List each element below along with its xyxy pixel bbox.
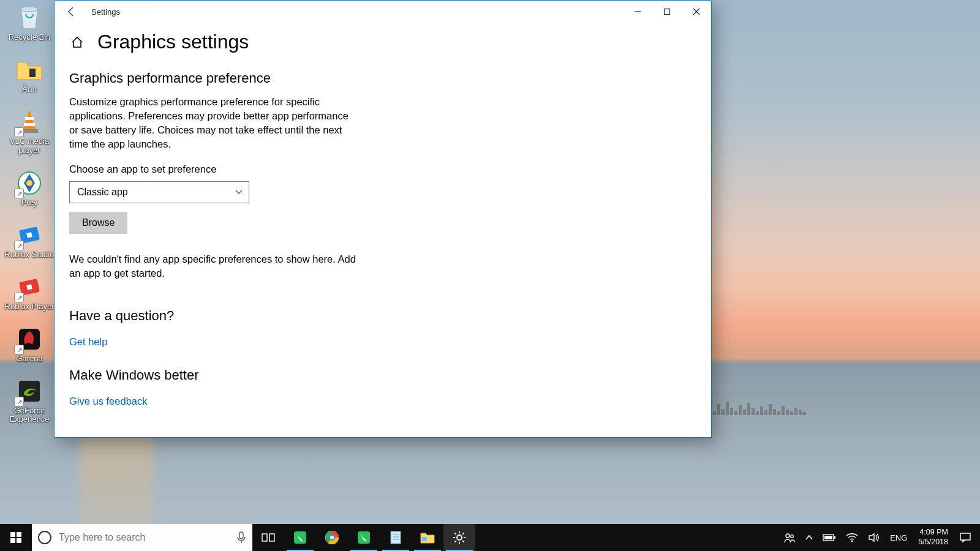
skyline-silhouette — [704, 402, 980, 415]
performance-description: Customize graphics performance preferenc… — [69, 95, 357, 151]
svg-rect-49 — [960, 533, 970, 540]
search-placeholder: Type here to search — [59, 532, 236, 543]
section-heading-performance: Graphics performance preference — [69, 70, 696, 86]
desktop-icon-label: Roblox Studio — [5, 250, 55, 260]
svg-rect-8 — [26, 232, 32, 238]
desktop-icon-geforce[interactable]: GeForce Experience — [4, 377, 55, 425]
svg-point-43 — [786, 534, 790, 538]
desktop-icon-prey[interactable]: Prey — [4, 169, 55, 208]
svg-rect-4 — [21, 129, 38, 133]
svg-point-6 — [26, 180, 32, 186]
task-view-button[interactable] — [252, 524, 284, 551]
tray-language[interactable]: ENG — [885, 524, 912, 551]
chevron-down-icon — [235, 190, 243, 195]
empty-state-text: We couldn't find any app specific prefer… — [69, 252, 357, 280]
garena-icon — [15, 325, 43, 353]
svg-point-34 — [457, 535, 462, 540]
svg-rect-19 — [10, 538, 15, 543]
svg-rect-24 — [294, 531, 306, 544]
desktop-icon-vlc[interactable]: VLC media player — [4, 108, 55, 156]
folder-icon — [15, 56, 43, 84]
desktop-icon-label: Roblox Player — [5, 302, 55, 312]
svg-rect-17 — [10, 532, 15, 537]
start-button[interactable] — [0, 524, 32, 551]
taskbar: Type here to search — [0, 524, 980, 551]
desktop-icon-recycle-bin[interactable]: Recycle Bin — [4, 4, 55, 42]
svg-rect-10 — [26, 284, 32, 290]
vlc-icon — [15, 108, 43, 136]
search-box[interactable]: Type here to search — [32, 524, 252, 551]
microphone-icon[interactable] — [236, 531, 246, 544]
home-button[interactable] — [69, 34, 85, 50]
browse-button[interactable]: Browse — [69, 212, 127, 234]
roblox-studio-icon — [15, 221, 43, 249]
system-tray: ENG 4:09 PM 5/5/2018 — [778, 524, 980, 551]
tray-time: 4:09 PM — [919, 528, 948, 538]
svg-rect-3 — [24, 123, 35, 126]
desktop-icon-roblox-studio[interactable]: Roblox Studio — [4, 221, 55, 260]
taskbar-app-chrome[interactable] — [316, 524, 348, 551]
svg-point-48 — [851, 541, 853, 542]
svg-point-0 — [21, 7, 38, 12]
tray-action-center-icon[interactable] — [954, 524, 976, 551]
minimize-button[interactable] — [623, 1, 652, 22]
desktop-icon-label: Recycle Bin — [9, 33, 51, 42]
prey-icon — [15, 169, 43, 197]
window-title: Settings — [91, 7, 120, 17]
geforce-icon — [15, 377, 43, 405]
svg-rect-1 — [29, 69, 36, 77]
desktop-icon-label: Prey — [21, 198, 38, 208]
svg-point-44 — [791, 535, 794, 538]
svg-line-41 — [455, 541, 456, 542]
desktop-icon-label: VLC media player — [4, 137, 55, 156]
taskbar-app-settings[interactable] — [443, 524, 475, 551]
svg-line-42 — [462, 533, 464, 534]
maximize-button[interactable] — [652, 1, 682, 22]
tray-overflow[interactable] — [801, 524, 818, 551]
svg-rect-23 — [270, 534, 274, 541]
svg-rect-33 — [422, 537, 427, 541]
page-title: Graphics settings — [97, 31, 249, 53]
recycle-bin-icon — [15, 4, 43, 32]
desktop-icons: Recycle Bin Ảnh VLC media player Prey Ro… — [4, 4, 59, 424]
svg-rect-47 — [824, 536, 832, 539]
desktop-icon-garena[interactable]: Garena — [4, 325, 55, 364]
tray-date: 5/5/2018 — [918, 538, 948, 547]
svg-rect-20 — [17, 538, 21, 543]
tray-wifi-icon[interactable] — [841, 524, 863, 551]
svg-rect-2 — [25, 117, 34, 120]
section-heading-question: Have a question? — [69, 308, 696, 324]
svg-point-27 — [330, 536, 334, 539]
roblox-player-icon — [15, 273, 43, 301]
choose-app-label: Choose an app to set preference — [69, 163, 696, 175]
get-help-link[interactable]: Get help — [69, 336, 107, 348]
taskbar-app-file-explorer[interactable] — [412, 524, 443, 551]
tray-clock[interactable]: 4:09 PM 5/5/2018 — [912, 528, 954, 547]
close-button[interactable] — [682, 1, 711, 22]
back-button[interactable] — [63, 3, 80, 20]
desktop-icon-label: GeForce Experience — [4, 407, 55, 425]
svg-rect-21 — [239, 532, 243, 539]
svg-line-40 — [462, 541, 464, 542]
tray-people[interactable] — [778, 524, 801, 551]
taskbar-app-notepad[interactable] — [380, 524, 412, 551]
feedback-link[interactable]: Give us feedback — [69, 395, 148, 407]
svg-line-39 — [455, 533, 456, 534]
svg-rect-46 — [834, 536, 835, 539]
svg-rect-22 — [262, 534, 267, 541]
combobox-value: Classic app — [77, 187, 128, 198]
tray-volume-icon[interactable] — [863, 524, 885, 551]
settings-window: Settings Graphics settings Graphics perf… — [54, 1, 712, 438]
taskbar-app-evernote[interactable] — [284, 524, 316, 551]
svg-rect-14 — [665, 9, 670, 15]
app-type-combobox[interactable]: Classic app — [69, 181, 249, 203]
desktop-icon-roblox-player[interactable]: Roblox Player — [4, 273, 55, 312]
svg-rect-12 — [19, 381, 40, 402]
desktop-icon-label: Garena — [16, 354, 42, 364]
taskbar-app-evernote-2[interactable] — [348, 524, 380, 551]
desktop-icon-folder[interactable]: Ảnh — [4, 56, 55, 94]
titlebar[interactable]: Settings — [55, 1, 711, 22]
svg-rect-29 — [391, 531, 401, 544]
tray-battery-icon[interactable] — [818, 524, 841, 551]
section-heading-feedback: Make Windows better — [69, 367, 696, 383]
